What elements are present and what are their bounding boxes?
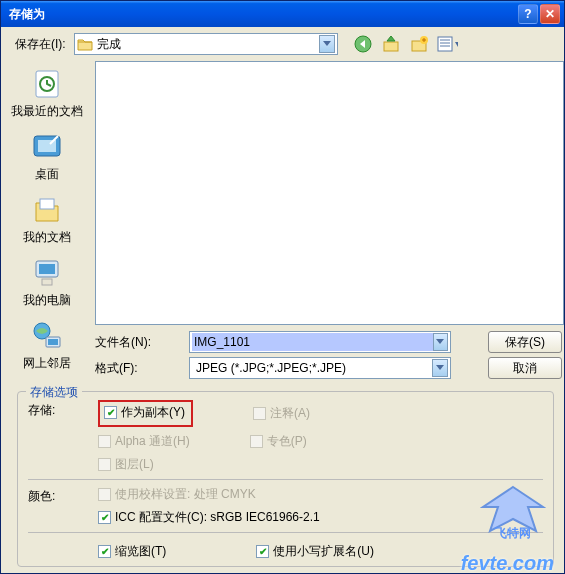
chevron-down-icon[interactable] <box>433 333 448 351</box>
annotations-checkbox: 注释(A) <box>253 400 310 427</box>
file-list[interactable] <box>95 61 564 325</box>
titlebar: 存储为 ? ✕ <box>1 1 564 27</box>
place-desktop[interactable]: 桌面 <box>11 130 83 183</box>
place-mydocs-label: 我的文档 <box>23 229 71 246</box>
format-dropdown[interactable]: JPEG (*.JPG;*.JPEG;*.JPE) <box>189 357 451 379</box>
toolbar: 保存在(I): 完成 <box>1 27 564 61</box>
svg-rect-4 <box>438 37 452 51</box>
help-button[interactable]: ? <box>518 4 538 24</box>
place-computer[interactable]: 我的电脑 <box>11 256 83 309</box>
back-icon[interactable] <box>352 33 374 55</box>
place-recent-label: 我最近的文档 <box>11 103 83 120</box>
close-button[interactable]: ✕ <box>540 4 560 24</box>
save-in-value: 完成 <box>97 36 319 53</box>
checkbox-icon: ✔ <box>256 545 269 558</box>
place-recent[interactable]: 我最近的文档 <box>11 67 83 120</box>
icc-profile-checkbox[interactable]: ✔ ICC 配置文件(C): sRGB IEC61966-2.1 <box>98 509 543 526</box>
svg-rect-15 <box>48 339 58 345</box>
new-folder-icon[interactable] <box>408 33 430 55</box>
place-mydocs[interactable]: 我的文档 <box>11 193 83 246</box>
save-options-group: 存储选项 存储: ✔ 作为副本(Y) 注释(A) <box>17 391 554 567</box>
format-label: 格式(F): <box>95 360 181 377</box>
layers-checkbox: 图层(L) <box>98 456 154 473</box>
desktop-icon <box>30 130 64 164</box>
computer-icon <box>30 256 64 290</box>
place-computer-label: 我的电脑 <box>23 292 71 309</box>
watermark-url: fevte.com <box>461 552 554 574</box>
lowercase-ext-checkbox[interactable]: ✔ 使用小写扩展名(U) <box>256 543 374 560</box>
svg-rect-1 <box>384 42 398 51</box>
recent-icon <box>30 67 64 101</box>
save-button[interactable]: 保存(S) <box>488 331 562 353</box>
svg-rect-9 <box>40 199 54 209</box>
save-in-dropdown[interactable]: 完成 <box>74 33 338 55</box>
window-title: 存储为 <box>5 6 518 23</box>
svg-rect-12 <box>42 279 52 285</box>
chevron-down-icon[interactable] <box>432 359 448 377</box>
place-network-label: 网上邻居 <box>23 355 71 372</box>
cancel-button[interactable]: 取消 <box>488 357 562 379</box>
highlight-box: ✔ 作为副本(Y) <box>98 400 193 427</box>
checkbox-icon: ✔ <box>98 545 111 558</box>
alpha-checkbox: Alpha 通道(H) <box>98 433 190 450</box>
storage-section-label: 存储: <box>28 400 88 473</box>
checkbox-icon <box>98 435 111 448</box>
folder-icon <box>77 37 93 51</box>
thumbnail-checkbox[interactable]: ✔ 缩览图(T) <box>98 543 166 560</box>
proof-checkbox: 使用校样设置: 处理 CMYK <box>98 486 543 503</box>
format-value: JPEG (*.JPG;*.JPEG;*.JPE) <box>192 361 432 375</box>
filename-label: 文件名(N): <box>95 334 181 351</box>
checkbox-icon: ✔ <box>98 511 111 524</box>
svg-rect-11 <box>39 264 55 274</box>
chevron-down-icon[interactable] <box>319 35 335 53</box>
places-bar: 我最近的文档 桌面 我的文档 我的电脑 网上邻居 <box>1 61 93 379</box>
save-in-label: 保存在(I): <box>15 36 66 53</box>
place-desktop-label: 桌面 <box>35 166 59 183</box>
checkbox-icon <box>98 488 111 501</box>
color-section-label: 颜色: <box>28 486 88 526</box>
mydocs-icon <box>30 193 64 227</box>
checkbox-icon <box>98 458 111 471</box>
spot-checkbox: 专色(P) <box>250 433 307 450</box>
checkbox-icon <box>253 407 266 420</box>
up-icon[interactable] <box>380 33 402 55</box>
filename-input[interactable] <box>192 333 433 351</box>
views-icon[interactable] <box>436 33 458 55</box>
checkbox-icon <box>250 435 263 448</box>
as-copy-checkbox[interactable]: ✔ 作为副本(Y) <box>104 404 185 421</box>
checkbox-icon: ✔ <box>104 406 117 419</box>
place-network[interactable]: 网上邻居 <box>11 319 83 372</box>
filename-dropdown[interactable] <box>189 331 451 353</box>
network-icon <box>30 319 64 353</box>
save-options-title: 存储选项 <box>26 384 82 401</box>
